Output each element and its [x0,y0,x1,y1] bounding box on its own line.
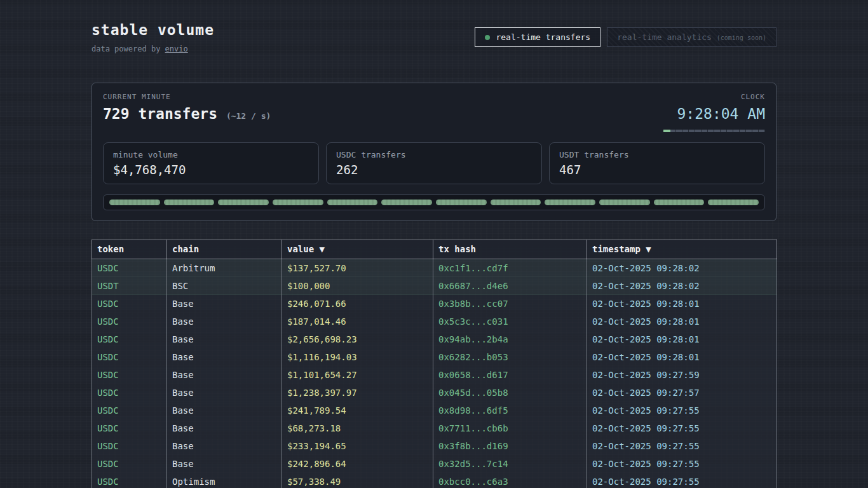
table-row: USDC Base $1,238,397.97 0x045d...05b8 02… [92,384,777,402]
stats-top-row: CURRENT MINUTE 729 transfers (~12 / s) C… [103,93,765,132]
table-header: token chain value ▼ tx hash timestamp ▼ [92,240,777,259]
cell-chain: Base [167,455,282,473]
stat-box-label: USDT transfers [559,150,755,159]
minute-segment [491,200,541,205]
table-row: USDC Base $233,194.65 0x3f8b...d169 02-O… [92,437,777,455]
cell-timestamp: 02-Oct-2025 09:27:57 [587,384,777,402]
current-minute-card: CURRENT MINUTE 729 transfers (~12 / s) C… [92,83,776,221]
table-row: USDC Base $2,656,698.23 0x94ab...2b4a 02… [92,330,777,348]
cell-value: $241,789.54 [282,402,433,419]
cell-token: USDC [92,473,167,488]
subtitle-text: data powered by [92,44,165,53]
cell-timestamp: 02-Oct-2025 09:28:02 [587,277,777,295]
cell-value: $233,194.65 [282,437,433,455]
stat-box: USDT transfers 467 [549,142,765,184]
cell-txhash-link[interactable]: 0x6687...d4e6 [433,277,587,295]
cell-txhash-link[interactable]: 0xbcc0...c6a3 [433,473,587,488]
live-dot-icon [485,35,490,40]
tab-realtime-analytics[interactable]: real-time analytics (coming soon) [607,27,776,47]
table-row: USDC Base $1,101,654.27 0x0658...d617 02… [92,366,777,384]
cell-txhash-link[interactable]: 0x6282...b053 [433,348,587,366]
tab-realtime-analytics-label: real-time analytics (coming soon) [617,32,766,42]
stat-box-label: USDC transfers [336,150,532,159]
cell-token: USDC [92,366,167,384]
cell-txhash-link[interactable]: 0x3f8b...d169 [433,437,587,455]
cell-value: $2,656,698.23 [282,330,433,348]
cell-timestamp: 02-Oct-2025 09:27:55 [587,473,777,488]
cell-timestamp: 02-Oct-2025 09:28:01 [587,330,777,348]
minute-segment [381,200,432,205]
minute-progress-track [663,130,765,132]
page-title: stable volume [92,22,214,38]
cell-chain: Base [167,348,282,366]
cell-token: USDC [92,348,167,366]
cell-value: $137,527.70 [282,259,433,277]
cell-chain: Base [167,295,282,313]
stat-boxes: minute volume $4,768,470 USDC transfers … [103,142,765,184]
minute-segment [273,200,323,205]
table-row: USDC Base $242,896.64 0x32d5...7c14 02-O… [92,455,777,473]
cell-token: USDC [92,295,167,313]
minute-segment [327,200,378,205]
cell-token: USDC [92,402,167,419]
stat-box: USDC transfers 262 [326,142,542,184]
table-row: USDC Arbitrum $137,527.70 0xc1f1...cd7f … [92,259,777,277]
transfer-count: 729 transfers (~12 / s) [103,105,271,122]
minute-progress-fill [663,130,670,132]
table-row: USDC Base $68,273.18 0x7711...cb6b 02-Oc… [92,419,777,437]
cell-timestamp: 02-Oct-2025 09:28:01 [587,313,777,330]
view-tabs: real-time transfers real-time analytics … [475,27,776,47]
col-header-txhash: tx hash [433,240,587,259]
stat-box: minute volume $4,768,470 [103,142,319,184]
cell-txhash-link[interactable]: 0x8d98...6df5 [433,402,587,419]
cell-token: USDC [92,330,167,348]
table-row: USDC Base $187,014.46 0x5c3c...c031 02-O… [92,313,777,330]
cell-token: USDC [92,419,167,437]
minute-segment [654,200,705,205]
cell-token: USDC [92,259,167,277]
cell-value: $1,101,654.27 [282,366,433,384]
stat-box-label: minute volume [113,150,309,159]
cell-chain: Base [167,437,282,455]
cell-value: $100,000 [282,277,433,295]
cell-txhash-link[interactable]: 0x3b8b...cc07 [433,295,587,313]
cell-chain: BSC [167,277,282,295]
cell-timestamp: 02-Oct-2025 09:27:55 [587,455,777,473]
cell-txhash-link[interactable]: 0x7711...cb6b [433,419,587,437]
minute-segment [109,200,160,205]
cell-value: $68,273.18 [282,419,433,437]
envio-link[interactable]: envio [165,44,188,53]
cell-token: USDC [92,455,167,473]
cell-chain: Optimism [167,473,282,488]
table-row: USDC Base $241,789.54 0x8d98...6df5 02-O… [92,402,777,419]
cell-token: USDC [92,313,167,330]
transfer-rate: (~12 / s) [226,111,271,121]
transfers-table: token chain value ▼ tx hash timestamp ▼ … [92,240,777,488]
cell-value: $1,238,397.97 [282,384,433,402]
tab-realtime-transfers[interactable]: real-time transfers [475,27,600,47]
cell-txhash-link[interactable]: 0x5c3c...c031 [433,313,587,330]
cell-token: USDC [92,437,167,455]
cell-txhash-link[interactable]: 0x0658...d617 [433,366,587,384]
clock-time: 9:28:04 AM [663,105,765,122]
transfer-count-block: CURRENT MINUTE 729 transfers (~12 / s) [103,93,271,122]
minute-segments [103,194,765,210]
cell-txhash-link[interactable]: 0xc1f1...cd7f [433,259,587,277]
current-minute-label: CURRENT MINUTE [103,93,271,101]
minute-segment [218,200,269,205]
stat-box-value: $4,768,470 [113,163,309,177]
cell-txhash-link[interactable]: 0x045d...05b8 [433,384,587,402]
minute-segment [599,200,650,205]
page-header: stable volume data powered by envio real… [92,22,776,53]
tab-realtime-transfers-label: real-time transfers [496,32,590,42]
col-header-timestamp-sort[interactable]: timestamp ▼ [587,240,777,259]
cell-timestamp: 02-Oct-2025 09:28:01 [587,295,777,313]
cell-timestamp: 02-Oct-2025 09:28:01 [587,348,777,366]
col-header-value-sort[interactable]: value ▼ [282,240,433,259]
cell-txhash-link[interactable]: 0x32d5...7c14 [433,455,587,473]
cell-value: $57,338.49 [282,473,433,488]
cell-txhash-link[interactable]: 0x94ab...2b4a [433,330,587,348]
cell-timestamp: 02-Oct-2025 09:27:55 [587,402,777,419]
cell-chain: Base [167,419,282,437]
minute-segment [164,200,215,205]
